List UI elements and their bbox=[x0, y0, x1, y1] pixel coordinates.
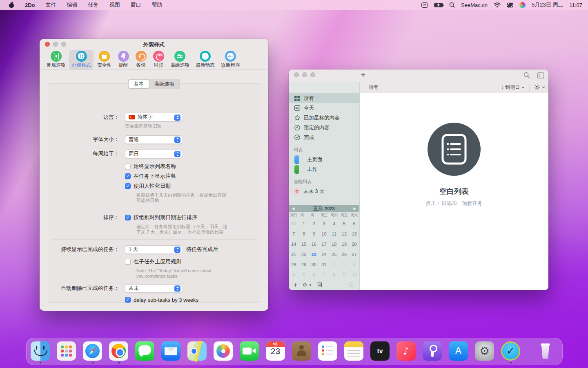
dock-app-icon[interactable] bbox=[187, 341, 207, 361]
menu-item[interactable]: 帮助 bbox=[147, 1, 168, 9]
dock-app-icon[interactable] bbox=[214, 341, 233, 361]
dock-app-icon[interactable] bbox=[318, 341, 337, 361]
main-titlebar[interactable]: + bbox=[289, 70, 548, 82]
calendar-day[interactable]: 21 bbox=[289, 249, 299, 260]
dock-item[interactable]: 5月 23 bbox=[266, 341, 285, 364]
battery-icon[interactable] bbox=[434, 3, 443, 7]
checkbox-subtask-rule[interactable] bbox=[125, 259, 131, 265]
calendar-day[interactable]: 17 bbox=[319, 239, 329, 249]
prefs-toolbar-item[interactable]: 提醒 bbox=[115, 50, 132, 70]
menubar-date[interactable]: 5月23日 周二 bbox=[532, 1, 563, 9]
dock-app-icon[interactable] bbox=[423, 341, 442, 361]
toggle-sidebar-icon[interactable] bbox=[537, 72, 544, 80]
calendar-prev-icon[interactable]: ◀ bbox=[289, 206, 298, 211]
settings-gear-button[interactable]: ⚙ bbox=[303, 282, 307, 288]
dock-item[interactable]: ⚙ bbox=[475, 341, 494, 364]
dock-app-icon[interactable]: ✓ bbox=[501, 341, 520, 361]
calendar-day[interactable]: 6 bbox=[309, 270, 319, 280]
close-button[interactable] bbox=[45, 42, 50, 47]
display-options-icon[interactable] bbox=[534, 84, 540, 90]
language-select[interactable]: ★ 简体字 bbox=[125, 113, 182, 121]
calendar-day[interactable]: 11 bbox=[329, 229, 339, 239]
calendar-day[interactable]: 30 bbox=[309, 260, 319, 270]
prefs-toolbar-item[interactable]: 高级选项 bbox=[168, 50, 192, 70]
calendar-day[interactable]: 26 bbox=[339, 249, 350, 260]
dock-app-icon[interactable] bbox=[31, 341, 50, 361]
calendar-day[interactable]: 2 bbox=[339, 260, 350, 270]
calendar-day[interactable]: 5 bbox=[339, 219, 350, 229]
menubar-time[interactable]: 11:07 bbox=[569, 2, 582, 8]
sidebar-smart-list-next3days[interactable]: ⚙ 未来 3 天 bbox=[289, 186, 359, 196]
calendar-day[interactable]: 16 bbox=[309, 239, 319, 249]
dock-item[interactable] bbox=[214, 341, 233, 364]
sidebar-list-work[interactable]: 工作 bbox=[289, 164, 359, 174]
calendar-day[interactable]: 7 bbox=[319, 270, 329, 280]
siri-icon[interactable] bbox=[519, 2, 526, 8]
calendar-day[interactable]: 14 bbox=[289, 239, 299, 249]
calendar-day[interactable]: 25 bbox=[329, 249, 339, 260]
prefs-toolbar-item[interactable]: 最新动态 bbox=[193, 50, 218, 70]
dock-app-icon[interactable] bbox=[536, 341, 555, 361]
sort-direction-icon[interactable]: ↓ bbox=[501, 85, 503, 90]
dock-app-icon[interactable] bbox=[57, 341, 76, 361]
calendar-day[interactable]: 1 bbox=[329, 260, 339, 270]
dock-app-icon[interactable]: A bbox=[449, 341, 468, 361]
dock-item[interactable] bbox=[240, 341, 259, 364]
menu-item[interactable]: 任务 bbox=[83, 1, 104, 9]
apple-menu-icon[interactable] bbox=[8, 2, 15, 8]
calendar-day[interactable]: 9 bbox=[339, 270, 350, 280]
prefs-toolbar-item[interactable]: 安全性 bbox=[94, 50, 114, 70]
calendar-next-icon[interactable]: ▶ bbox=[350, 206, 359, 211]
zoom-button[interactable] bbox=[61, 42, 66, 47]
calendar-day[interactable]: 6 bbox=[349, 219, 359, 229]
sidebar-list-home[interactable]: 主页面 bbox=[289, 155, 359, 164]
calendar-day[interactable]: 24 bbox=[319, 249, 329, 260]
menu-item[interactable]: 文件 bbox=[40, 1, 62, 9]
prefs-toolbar-item[interactable]: 外观样式 bbox=[69, 50, 94, 70]
menu-item[interactable]: 编辑 bbox=[62, 1, 83, 9]
sync-refresh-icon[interactable] bbox=[349, 282, 354, 289]
checkbox-show-notes[interactable] bbox=[125, 173, 131, 179]
trash-button[interactable] bbox=[317, 282, 322, 288]
calendar-day[interactable]: 10 bbox=[349, 270, 359, 280]
prefs-titlebar[interactable]: 外观样式 bbox=[40, 39, 268, 49]
checkbox-always-show-list-names[interactable] bbox=[125, 164, 131, 169]
calendar-day[interactable]: 29 bbox=[299, 260, 309, 270]
dock-item[interactable] bbox=[529, 341, 555, 364]
calendar-day[interactable]: 8 bbox=[329, 270, 339, 280]
sidebar-item-today[interactable]: 23 今天 bbox=[289, 103, 359, 113]
input-switcher-icon[interactable]: ⇄ bbox=[421, 2, 428, 8]
calendar-day[interactable]: 31 bbox=[319, 260, 329, 270]
prefs-toolbar-item[interactable]: 备份 bbox=[133, 50, 149, 70]
calendar-day[interactable]: 10 bbox=[319, 229, 329, 239]
dock-item[interactable]: A bbox=[449, 341, 468, 364]
dock-item[interactable] bbox=[57, 341, 76, 364]
wifi-icon[interactable] bbox=[494, 2, 501, 8]
calendar-day[interactable]: 28 bbox=[289, 260, 299, 270]
calendar-day[interactable]: 9 bbox=[309, 229, 319, 239]
calendar-day[interactable]: 15 bbox=[299, 239, 309, 249]
calendar-day[interactable]: 27 bbox=[349, 249, 359, 260]
week-start-select[interactable]: 周日 bbox=[125, 150, 182, 158]
dock-item[interactable] bbox=[344, 341, 363, 364]
dock-app-icon[interactable] bbox=[109, 341, 128, 361]
dock-item[interactable]: ✓ bbox=[501, 341, 520, 364]
dock-app-icon[interactable] bbox=[240, 341, 259, 361]
sidebar-item-starred[interactable]: 已加星标的内容 bbox=[289, 113, 359, 123]
calendar-day[interactable]: 12 bbox=[339, 229, 350, 239]
dock-item[interactable] bbox=[187, 341, 207, 364]
menu-item[interactable]: 窗口 bbox=[125, 1, 147, 9]
dock-item[interactable] bbox=[31, 341, 50, 364]
calendar-day[interactable]: 7 bbox=[289, 229, 299, 239]
zoom-button[interactable] bbox=[310, 72, 315, 77]
prefs-toolbar-item[interactable]: 同步 bbox=[150, 50, 167, 70]
dock-app-icon[interactable] bbox=[135, 341, 154, 361]
dock-item[interactable] bbox=[83, 341, 102, 364]
dock-item[interactable] bbox=[161, 341, 180, 364]
network-name[interactable]: SeeMac.cn bbox=[461, 2, 488, 8]
calendar-day[interactable]: 8 bbox=[299, 229, 309, 239]
calendar-day[interactable]: 3 bbox=[319, 219, 329, 229]
dock-app-icon[interactable] bbox=[83, 341, 102, 361]
calendar-day[interactable]: 2 bbox=[309, 219, 319, 229]
dock-app-icon[interactable] bbox=[292, 341, 311, 361]
